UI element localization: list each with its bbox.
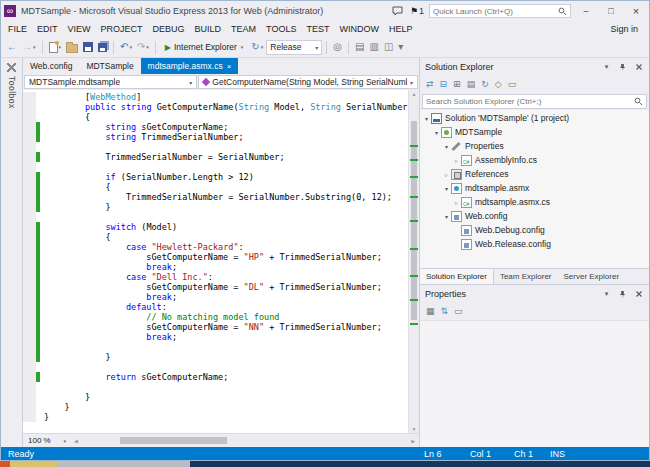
menu-file[interactable]: FILE — [3, 24, 32, 34]
tree-item[interactable]: References — [420, 167, 649, 181]
sync-with-active-document-icon[interactable]: ⇄ — [426, 80, 434, 89]
code-line[interactable]: { — [23, 232, 408, 242]
code-line[interactable]: } — [23, 202, 408, 212]
menu-tools[interactable]: TOOLS — [261, 24, 301, 34]
save-icon[interactable] — [81, 39, 95, 56]
chevron-down-icon[interactable]: ▾ — [241, 44, 244, 50]
scroll-right-icon[interactable]: ▶ — [411, 435, 415, 446]
undo-icon[interactable]: ↶▾ — [118, 39, 134, 56]
glyph-margin[interactable] — [23, 392, 36, 402]
glyph-margin[interactable] — [23, 342, 36, 352]
glyph-margin[interactable] — [23, 202, 36, 212]
code-line[interactable]: sGetComputerName = "HP" + TrimmedSerialN… — [23, 252, 408, 262]
code-line[interactable]: break; — [23, 332, 408, 342]
glyph-margin[interactable] — [23, 312, 36, 322]
code-line[interactable]: sGetComputerName = "DL" + TrimmedSerialN… — [23, 282, 408, 292]
toolbox-strip[interactable]: Toolbox — [1, 58, 23, 447]
expander-icon[interactable] — [442, 171, 451, 178]
code-line[interactable]: string sGetComputerName; — [23, 122, 408, 132]
code-line[interactable]: string TrimmedSerialNumber; — [23, 132, 408, 142]
solution-search-box[interactable] — [422, 94, 647, 109]
save-all-icon[interactable] — [96, 39, 109, 56]
menu-team[interactable]: TEAM — [226, 24, 261, 34]
code-line[interactable]: public string GetComputerName(String Mod… — [23, 102, 408, 112]
close-panel-icon[interactable] — [633, 290, 644, 298]
window-position-chevron-icon[interactable]: ▾ — [601, 290, 612, 298]
code-line[interactable] — [23, 142, 408, 152]
glyph-margin[interactable] — [23, 182, 36, 192]
code-line[interactable] — [23, 342, 408, 352]
scroll-up-icon[interactable]: ▲ — [409, 91, 419, 97]
menu-project[interactable]: PROJECT — [96, 24, 148, 34]
expander-icon[interactable] — [442, 185, 451, 192]
tree-item[interactable]: Web.Debug.config — [420, 223, 649, 237]
object-browser-icon[interactable]: ◫ — [382, 39, 395, 56]
maximize-button[interactable] — [601, 3, 621, 19]
code-line[interactable] — [23, 162, 408, 172]
glyph-margin[interactable] — [23, 132, 36, 142]
glyph-margin[interactable] — [23, 322, 36, 332]
glyph-margin[interactable] — [23, 292, 36, 302]
code-line[interactable]: { — [23, 112, 408, 122]
code-line[interactable]: return sGetComputerName; — [23, 372, 408, 382]
code-line[interactable]: break; — [23, 292, 408, 302]
find-in-files-icon[interactable]: ◎ — [331, 39, 344, 56]
glyph-margin[interactable] — [23, 262, 36, 272]
hscroll-thumb[interactable] — [120, 437, 227, 444]
tab-web.config[interactable]: Web.config — [23, 58, 79, 74]
code-line[interactable]: switch (Model) — [23, 222, 408, 232]
code-line[interactable]: break; — [23, 262, 408, 272]
sign-in-button[interactable]: Sign in — [601, 24, 647, 34]
code-line[interactable]: // No matching model found — [23, 312, 408, 322]
code-line[interactable]: if (SerialNumber.Length > 12) — [23, 172, 408, 182]
menu-view[interactable]: VIEW — [63, 24, 96, 34]
minimize-button[interactable] — [576, 3, 596, 19]
glyph-margin[interactable] — [23, 142, 36, 152]
close-panel-icon[interactable] — [633, 63, 644, 71]
glyph-margin[interactable] — [23, 372, 36, 382]
glyph-margin[interactable] — [23, 102, 36, 112]
start-debug-button[interactable]: ▶Internet Explorer▾ — [160, 39, 249, 56]
pin-icon[interactable] — [617, 290, 628, 299]
browser-refresh-icon[interactable]: ↻▾ — [249, 39, 265, 56]
quick-launch-box[interactable] — [429, 4, 571, 18]
code-lines[interactable]: [WebMethod] public string GetComputerNam… — [23, 90, 408, 433]
code-line[interactable]: } — [23, 352, 408, 362]
code-line[interactable] — [23, 362, 408, 372]
glyph-margin[interactable] — [23, 362, 36, 372]
glyph-margin[interactable] — [23, 272, 36, 282]
code-line[interactable]: sGetComputerName = "NN" + TrimmedSerialN… — [23, 322, 408, 332]
expander-icon[interactable] — [442, 143, 451, 150]
panel-tab-server-explorer[interactable]: Server Explorer — [558, 269, 626, 284]
zoom-combobox[interactable]: 100 % — [25, 435, 69, 447]
glyph-margin[interactable] — [23, 122, 36, 132]
menu-test[interactable]: TEST — [301, 24, 334, 34]
tab-mdtsample[interactable]: MDTSample — [79, 58, 140, 74]
tree-item[interactable]: Web.config — [420, 209, 649, 223]
expander-icon[interactable] — [442, 213, 451, 220]
menu-window[interactable]: WINDOW — [334, 24, 384, 34]
glyph-margin[interactable] — [23, 232, 36, 242]
glyph-margin[interactable] — [23, 252, 36, 262]
glyph-margin[interactable] — [23, 212, 36, 222]
code-line[interactable]: case "Hewlett-Packard": — [23, 242, 408, 252]
tab-mdtsample.asmx.cs[interactable]: mdtsample.asmx.cs× — [141, 58, 239, 74]
chevron-down-icon[interactable]: ▾ — [33, 44, 36, 50]
tree-item[interactable]: Web.Release.config — [420, 237, 649, 251]
panel-tab-solution-explorer[interactable]: Solution Explorer — [420, 269, 494, 284]
code-line[interactable]: [WebMethod] — [23, 92, 408, 102]
panel-tab-team-explorer[interactable]: Team Explorer — [494, 269, 558, 284]
navigate-forward-icon[interactable]: →▾ — [20, 39, 38, 56]
tree-item[interactable]: Solution 'MDTSample' (1 project) — [420, 111, 649, 125]
tree-item[interactable]: MDTSample — [420, 125, 649, 139]
chevron-down-icon[interactable]: ▾ — [261, 44, 264, 50]
code-line[interactable]: case "Dell Inc.": — [23, 272, 408, 282]
notifications-flag-icon[interactable]: 1 — [410, 6, 424, 16]
glyph-margin[interactable] — [23, 242, 36, 252]
collapse-all-icon[interactable]: ⊟ — [440, 80, 448, 89]
scroll-down-icon[interactable]: ▼ — [409, 426, 419, 432]
toolbar-options-chevron[interactable]: ▾ — [396, 39, 405, 56]
glyph-margin[interactable] — [23, 162, 36, 172]
glyph-margin[interactable] — [23, 402, 36, 412]
code-line[interactable]: } — [23, 412, 408, 422]
